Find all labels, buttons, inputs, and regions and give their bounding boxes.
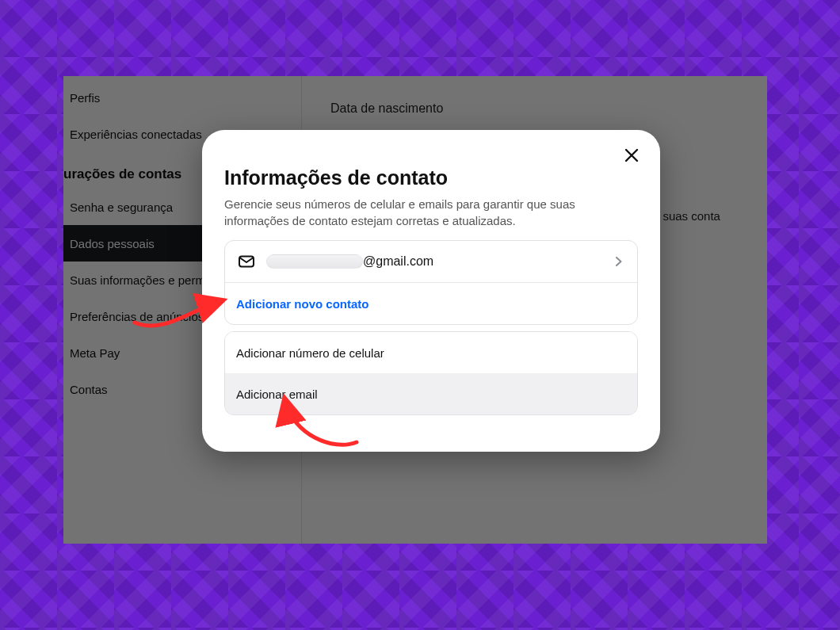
sidebar-item-label: Experiências conectadas <box>70 128 202 141</box>
dialog-title: Informações de contato <box>224 166 638 189</box>
chevron-right-icon <box>612 254 626 269</box>
stage: Perfis Experiências conectadas urações d… <box>0 0 840 630</box>
close-icon <box>624 148 639 166</box>
option-add-email[interactable]: Adicionar email <box>225 373 637 414</box>
add-new-contact-link[interactable]: Adicionar novo contato <box>225 283 637 324</box>
sidebar-item-label: Preferências de anúncios <box>70 310 204 323</box>
sidebar-item-label: Senha e segurança <box>70 200 173 214</box>
contact-info-dialog: Informações de contato Gerencie seus núm… <box>202 130 660 452</box>
add-new-contact-label: Adicionar novo contato <box>236 297 369 311</box>
contact-row-email[interactable]: @gmail.com <box>225 241 637 282</box>
mail-icon <box>236 251 257 272</box>
contact-card: @gmail.com Adicionar novo contato <box>224 240 638 325</box>
sidebar-item-label: Meta Pay <box>70 346 120 360</box>
option-add-phone[interactable]: Adicionar número de celular <box>225 332 637 373</box>
sidebar-item-label: Dados pessoais <box>70 237 155 250</box>
sidebar-item-label: Perfis <box>70 91 100 105</box>
add-options: Adicionar número de celular Adicionar em… <box>224 331 638 415</box>
sidebar-item-perfis[interactable]: Perfis <box>63 79 301 116</box>
dialog-description: Gerencie seus números de celular e email… <box>224 196 638 229</box>
dob-label: Data de nascimento <box>330 101 751 116</box>
option-label: Adicionar email <box>236 388 318 401</box>
sidebar-item-label: Suas informações e perm <box>70 273 205 287</box>
email-domain: @gmail.com <box>363 254 433 269</box>
email-local-redacted <box>266 254 363 269</box>
option-label: Adicionar número de celular <box>236 346 384 360</box>
sidebar-item-label: Contas <box>70 383 108 396</box>
close-button[interactable] <box>620 146 643 168</box>
